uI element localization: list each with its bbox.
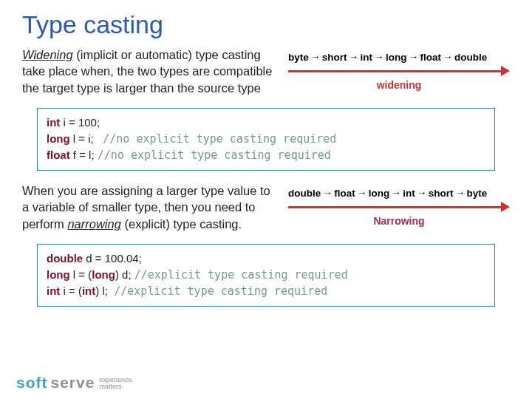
logo-serve: serve xyxy=(51,374,95,392)
narrowing-term: narrowing xyxy=(67,217,120,231)
logo-tagline: experiencematters xyxy=(99,377,132,390)
widening-arrow xyxy=(288,66,510,76)
narrowing-arrow xyxy=(288,202,510,212)
narrowing-paragraph: When you are assigning a larger type val… xyxy=(22,183,275,232)
code-narrowing: double d = 100.04; long l = (long) d; //… xyxy=(37,244,495,307)
widening-label: widening xyxy=(288,79,510,91)
code-widening: int i = 100; long l = i; //no explicit t… xyxy=(37,108,495,171)
narrowing-diagram: double→ float→ long→ int→ short→ byte Na… xyxy=(288,181,510,227)
widening-diagram: byte→ short→ int→ long→ float→ double wi… xyxy=(288,45,510,91)
widening-term: Widening xyxy=(22,48,73,61)
narrowing-post: (explicit) type casting. xyxy=(121,217,242,231)
narrowing-label: Narrowing xyxy=(288,215,510,227)
widening-chain: byte→ short→ int→ long→ float→ double xyxy=(288,51,510,63)
narrowing-chain: double→ float→ long→ int→ short→ byte xyxy=(288,187,510,199)
page-title: Type casting xyxy=(22,10,510,39)
widening-paragraph: Widening (implicit or automatic) type ca… xyxy=(22,47,275,96)
logo-soft: soft xyxy=(16,374,48,392)
logo: softserve experiencematters xyxy=(16,374,132,392)
